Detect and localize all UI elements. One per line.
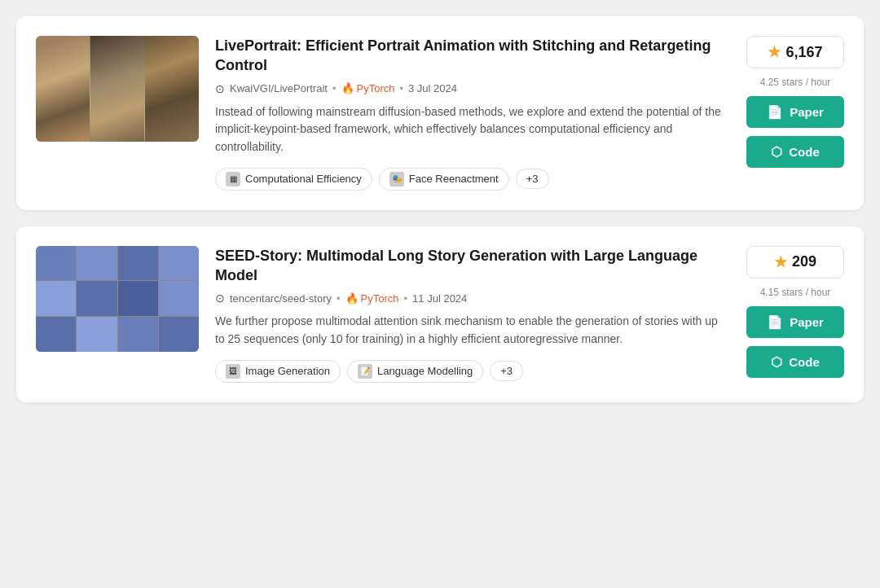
meta-sep-2: • (399, 82, 403, 94)
code-label: Code (789, 355, 820, 369)
card-body: LivePortrait: Efficient Portrait Animati… (215, 36, 730, 191)
tag-label: Face Reenactment (409, 173, 499, 185)
star-icon: ★ (774, 253, 787, 271)
stars-count: 209 (792, 253, 816, 270)
tag-face-reen[interactable]: 🎭 Face Reenactment (379, 168, 509, 191)
story-cell-5 (77, 281, 117, 316)
repo-icon: ⊙ (215, 82, 225, 95)
tags-more-button[interactable]: +3 (490, 361, 523, 381)
card-title: SEED-Story: Multimodal Long Story Genera… (215, 246, 730, 286)
card-date: 11 Jul 2024 (412, 292, 467, 305)
code-button[interactable]: ⬡ Code (746, 136, 844, 168)
story-cell-11 (159, 317, 199, 352)
tag-img-gen[interactable]: 🖼 Image Generation (215, 360, 341, 383)
paper-button[interactable]: 📄 Paper (746, 306, 844, 338)
tag-icon-lang-mod: 📝 (358, 364, 372, 379)
tags-more-button[interactable]: +3 (516, 169, 549, 189)
card-tags: ▦ Computational Efficiency 🎭 Face Reenac… (215, 168, 730, 191)
tag-lang-mod[interactable]: 📝 Language Modelling (347, 360, 483, 383)
meta-sep-1: • (332, 82, 337, 94)
stars-per-hour: 4.25 stars / hour (760, 77, 831, 88)
card-tags: 🖼 Image Generation 📝 Language Modelling … (215, 360, 730, 383)
story-cell-10 (118, 317, 158, 352)
framework-name: PyTorch (357, 82, 395, 94)
code-button[interactable]: ⬡ Code (746, 346, 844, 378)
repo-name[interactable]: tencentarc/seed-story (230, 292, 332, 305)
star-icon: ★ (768, 43, 781, 61)
flame-icon: 🔥 (345, 292, 359, 305)
card-description: Instead of following mainstream diffusio… (215, 103, 730, 156)
card-thumbnail (36, 36, 199, 142)
tag-icon-img-gen: 🖼 (226, 364, 240, 379)
stars-badge: ★ 209 (746, 246, 844, 279)
framework-badge: 🔥 PyTorch (345, 292, 399, 305)
code-label: Code (789, 145, 820, 159)
stars-per-hour: 4.15 stars / hour (760, 287, 831, 298)
card-title: LivePortrait: Efficient Portrait Animati… (215, 36, 730, 76)
card-meta: ⊙ KwaiVGI/LivePortrait • 🔥 PyTorch • 3 J… (215, 82, 730, 95)
paper-icon: 📄 (767, 104, 783, 120)
tag-label: Image Generation (245, 365, 330, 377)
card-description: We further propose multimodal attention … (215, 313, 730, 348)
code-icon: ⬡ (771, 144, 782, 160)
story-cell-3 (159, 246, 199, 281)
meta-sep-2: • (404, 292, 408, 305)
tag-label: Computational Efficiency (245, 173, 362, 185)
framework-name: PyTorch (361, 292, 399, 305)
paper-label: Paper (790, 105, 824, 119)
stars-count: 6,167 (785, 44, 822, 61)
tag-icon-face-reen: 🎭 (389, 172, 404, 186)
meta-sep-1: • (337, 292, 341, 305)
card-date: 3 Jul 2024 (408, 82, 457, 94)
code-icon: ⬡ (771, 354, 782, 370)
card-actions: ★ 209 4.15 stars / hour 📄 Paper ⬡ Code (746, 246, 844, 378)
story-cell-4 (36, 281, 76, 316)
framework-badge: 🔥 PyTorch (341, 82, 395, 94)
paper-label: Paper (790, 315, 824, 329)
story-cell-7 (159, 281, 199, 316)
story-cell-2 (118, 246, 158, 281)
paper-icon: 📄 (767, 314, 783, 330)
story-cell-0 (36, 246, 76, 281)
story-cell-9 (77, 317, 117, 352)
card-actions: ★ 6,167 4.25 stars / hour 📄 Paper ⬡ Code (746, 36, 844, 168)
card-thumbnail (36, 246, 199, 352)
story-cell-1 (77, 246, 117, 281)
repo-name[interactable]: KwaiVGI/LivePortrait (230, 82, 328, 94)
paper-button[interactable]: 📄 Paper (746, 96, 844, 128)
card-liveportrait: LivePortrait: Efficient Portrait Animati… (16, 16, 864, 210)
card-meta: ⊙ tencentarc/seed-story • 🔥 PyTorch • 11… (215, 292, 730, 305)
repo-icon: ⊙ (215, 292, 225, 305)
tag-label: Language Modelling (377, 365, 473, 377)
story-cell-6 (118, 281, 158, 316)
story-cell-8 (36, 317, 76, 352)
stars-badge: ★ 6,167 (746, 36, 844, 68)
tag-comp-eff[interactable]: ▦ Computational Efficiency (215, 168, 372, 191)
flame-icon: 🔥 (341, 82, 354, 94)
card-body: SEED-Story: Multimodal Long Story Genera… (215, 246, 730, 383)
card-seed-story: SEED-Story: Multimodal Long Story Genera… (16, 226, 864, 402)
tag-icon-comp-eff: ▦ (226, 172, 240, 186)
